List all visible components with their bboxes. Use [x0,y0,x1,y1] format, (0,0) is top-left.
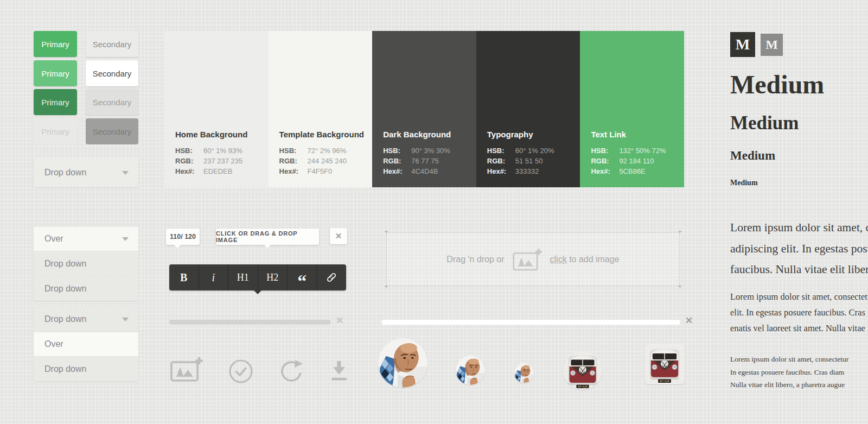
text-line: Nulla vitae elit libero, a pharetra augu… [730,378,848,391]
counter-tooltip: 110/ 120 [166,229,200,245]
rgb-label: RGB: [487,156,515,166]
hsb-label: HSB: [279,145,308,156]
click-to-add-link[interactable]: click [550,255,567,264]
hex-label: Hex#: [175,166,203,176]
swatch-template-background: Template Background HSB:72° 2% 96% RGB:2… [269,31,373,187]
swatch-typography: Typography HSB:60° 1% 20% RGB:51 51 50 H… [476,31,580,187]
thumbnail-square-bus [644,344,685,384]
cancel-upload-button[interactable]: ✕ [685,315,693,326]
color-swatch-row: Home Background HSB:60° 1% 93% RGB:237 2… [164,31,684,187]
italic-button[interactable]: i [199,264,229,290]
dropdown-selected[interactable]: Drop down [34,307,138,331]
add-image-icon [170,356,203,382]
rgb-value: 237 237 235 [203,156,242,166]
hex-value: 4C4D4B [411,166,438,176]
swatch-text-link: Text Link HSB:132° 50% 72% RGB:92 184 11… [580,31,684,187]
dropzone-corner-mark: + [678,229,682,235]
avatar-small [514,363,534,383]
hsb-value: 72° 2% 96% [308,145,347,156]
hex-value: EDEDEB [203,166,232,176]
hsb-value: 90° 3% 30% [411,145,450,156]
rgb-label: RGB: [383,156,411,166]
swatch-home-background: Home Background HSB:60° 1% 93% RGB:237 2… [164,31,269,187]
dropdown-option[interactable]: Drop down [34,252,138,276]
swatch-dark-background: Dark Background HSB:90° 3% 30% RGB:76 77… [372,31,476,187]
check-circle-icon [228,359,253,384]
primary-button-active[interactable]: Primary [34,89,77,115]
logo-gray: M [761,34,783,56]
logo-letter: M [765,37,778,52]
image-dropzone[interactable]: + + + + Drag 'n drop or click to add ima… [386,232,680,286]
dropdown-selected-over[interactable]: Over [34,227,138,251]
dropdown-open-hover-item: Drop down Over Drop down [34,307,138,381]
dropdown-option[interactable]: Drop down [34,357,138,381]
secondary-button-hover[interactable]: Secondary [86,60,138,86]
hsb-value: 132° 50% 72% [619,145,666,156]
type-sample-h2: Medium [730,112,799,134]
bold-button[interactable]: B [169,264,199,290]
link-button[interactable] [317,264,347,290]
primary-button-normal[interactable]: Primary [34,31,77,57]
dropzone-text-suffix: click to add image [550,255,620,264]
blockquote-button[interactable]: “ [288,264,317,290]
hsb-label: HSB: [383,145,411,156]
thumbnail-round-bus [563,351,602,390]
type-sample-h3: Medium [730,149,775,163]
heading2-button[interactable]: H2 [258,264,288,290]
upload-image-button[interactable]: CLICK OR DRAG & DROP IMAGE [216,229,319,245]
upload-progress-bar-green [381,320,680,325]
swatch-title: Dark Background [383,130,476,139]
avatar-medium [456,356,485,385]
secondary-button-normal[interactable]: Secondary [86,31,138,57]
download-button[interactable] [329,360,349,386]
hex-label: Hex#: [487,166,515,176]
add-image-button[interactable] [170,356,203,384]
hsb-value: 60° 1% 20% [515,145,554,156]
rgb-value: 244 245 240 [308,156,347,166]
dropzone-suffix-label: to add image [569,255,620,264]
rgb-value: 76 77 75 [411,156,439,166]
swatch-title: Template Background [279,130,373,139]
text-line: faucibus. Nulla vitae elit libero [730,259,868,280]
primary-button-hover[interactable]: Primary [34,60,77,86]
text-line: In egestas posuere faucibus. Cras diam [730,366,848,379]
dropdown-closed[interactable]: Drop down [34,158,138,187]
avatar-large [378,338,427,388]
redo-button[interactable] [278,359,304,386]
text-line: Lorem ipsum dolor sit amet, consectetur [730,217,868,238]
dropzone-corner-mark: + [384,284,388,289]
close-button[interactable]: ✕ [330,228,347,244]
hex-value: 333332 [515,166,539,176]
dropdown-option-hovered[interactable]: Over [34,332,138,356]
rgb-label: RGB: [175,156,203,166]
secondary-button-active[interactable]: Secondary [86,89,138,115]
body-text-medium: Lorem ipsum dolor sit amet, consectetur … [730,289,868,336]
text-line: enatis vel laoreet sit amet. Nulla vitae [730,320,868,336]
text-line: Lorem ipsum dolor sit amet, consectetur [730,289,868,305]
progress-fill [169,320,271,325]
rgb-label: RGB: [591,156,619,166]
style-guide-canvas: Primary Secondary Primary Secondary Prim… [0,0,868,424]
dropdown-label: Drop down [44,168,86,178]
image-placeholder-icon [512,247,542,272]
link-icon [326,272,337,283]
text-line: Lorem ipsum dolor sit amet, consectetur [730,353,848,366]
logo-letter: M [736,36,750,53]
cancel-upload-button[interactable]: ✕ [336,315,343,326]
chevron-down-icon [122,171,129,175]
hex-label: Hex#: [279,166,308,176]
swatch-title: Home Background [175,130,269,139]
download-icon [329,360,349,384]
dropdown-open-hover-top: Over Drop down Drop down [34,227,138,301]
confirm-button[interactable] [228,359,253,386]
body-text-small: Lorem ipsum dolor sit amet, consectetur … [730,353,848,391]
progress-fill [381,320,585,325]
heading1-button[interactable]: H1 [228,264,258,290]
dropdown-selected-label: Over [44,234,63,244]
dropzone-text-prefix: Drag 'n drop or [446,255,504,264]
hex-value: 5CB86E [619,166,645,176]
dropzone-corner-mark: + [678,284,682,289]
text-line: adipiscing elit. In egestas posuere [730,238,868,260]
text-line: elit. In egestas posuere faucibus. Cras [730,305,868,320]
dropdown-option[interactable]: Drop down [34,277,138,301]
